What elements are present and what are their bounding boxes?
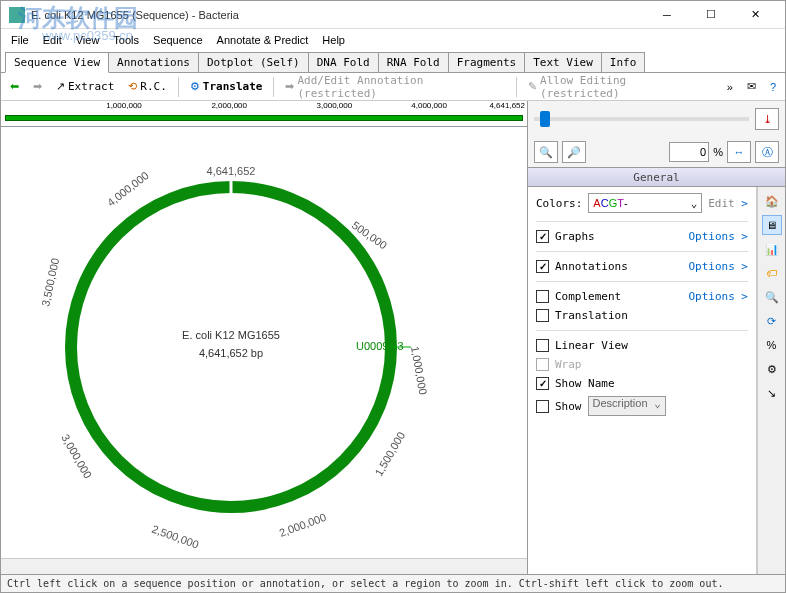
tab-dotplot[interactable]: Dotplot (Self) — [198, 52, 309, 72]
help-button[interactable]: ? — [765, 78, 781, 96]
close-button[interactable]: ✕ — [733, 2, 777, 28]
menu-tools[interactable]: Tools — [107, 32, 145, 48]
tag-icon[interactable]: 🏷 — [762, 263, 782, 283]
toolbar-more-button[interactable]: » — [722, 78, 738, 96]
allow-editing-button[interactable]: ✎Allow Editing (restricted) — [523, 71, 714, 103]
complement-label: Complement — [555, 290, 621, 303]
graphs-label: Graphs — [555, 230, 595, 243]
wrap-label: Wrap — [555, 358, 582, 371]
zoom-target-button[interactable]: ⤓ — [755, 108, 779, 130]
chart-icon[interactable]: 📊 — [762, 239, 782, 259]
rc-icon: ⟲ — [128, 80, 137, 93]
svg-text:3,000,000: 3,000,000 — [59, 432, 94, 480]
menubar: File Edit View Tools Sequence Annotate &… — [1, 29, 785, 51]
tab-text-view[interactable]: Text View — [524, 52, 602, 72]
general-section-header[interactable]: General — [528, 167, 785, 187]
mail-icon: ✉ — [747, 80, 756, 93]
extract-icon: ↗ — [56, 80, 65, 93]
show-checkbox[interactable] — [536, 400, 549, 413]
menu-sequence[interactable]: Sequence — [147, 32, 209, 48]
sequence-ruler[interactable]: 1,000,000 2,000,000 3,000,000 4,000,000 … — [1, 101, 527, 127]
zoom-out-icon: 🔎 — [567, 146, 581, 159]
percent-icon[interactable]: % — [762, 335, 782, 355]
minimize-button[interactable]: ─ — [645, 2, 689, 28]
tab-dna-fold[interactable]: DNA Fold — [308, 52, 379, 72]
collapse-icon[interactable]: ↘ — [762, 383, 782, 403]
tab-sequence-view[interactable]: Sequence View — [5, 52, 109, 73]
zoom-value-input[interactable] — [669, 142, 709, 162]
menu-help[interactable]: Help — [316, 32, 351, 48]
window-title: E. coli K12 MG1655 (Sequence) - Bacteria — [31, 9, 645, 21]
linear-view-checkbox[interactable] — [536, 339, 549, 352]
show-name-label: Show Name — [555, 377, 615, 390]
wrap-checkbox — [536, 358, 549, 371]
home-icon[interactable]: 🏠 — [762, 191, 782, 211]
back-button[interactable]: ⬅ — [5, 77, 24, 96]
svg-text:3,500,000: 3,500,000 — [39, 257, 61, 307]
graphs-checkbox[interactable] — [536, 230, 549, 243]
horizontal-scrollbar[interactable] — [1, 558, 527, 574]
gear-icon[interactable]: ⚙ — [762, 359, 782, 379]
sequence-name-label: E. coli K12 MG1655 — [182, 329, 280, 341]
extract-button[interactable]: ↗Extract — [51, 77, 119, 96]
svg-text:4,641,652: 4,641,652 — [207, 165, 256, 177]
translate-icon: ⚙ — [190, 80, 200, 93]
translation-checkbox[interactable] — [536, 309, 549, 322]
tab-info[interactable]: Info — [601, 52, 646, 72]
pencil-icon: ✎ — [528, 80, 537, 93]
toolbar: ⬅ ➡ ↗Extract ⟲R.C. ⚙Translate ➡Add/Edit … — [1, 73, 785, 101]
show-name-checkbox[interactable] — [536, 377, 549, 390]
mail-button[interactable]: ✉ — [742, 77, 761, 96]
show-label: Show — [555, 400, 582, 413]
zoom-in-button[interactable]: 🔍 — [534, 141, 558, 163]
forward-button[interactable]: ➡ — [28, 77, 47, 96]
add-edit-annotation-button[interactable]: ➡Add/Edit Annotation (restricted) — [280, 71, 510, 103]
main-panel: 1,000,000 2,000,000 3,000,000 4,000,000 … — [1, 101, 528, 574]
question-icon: ? — [770, 81, 776, 93]
refresh-icon[interactable]: ⟳ — [762, 311, 782, 331]
menu-file[interactable]: File — [5, 32, 35, 48]
tab-annotations[interactable]: Annotations — [108, 52, 199, 72]
tab-fragments[interactable]: Fragments — [448, 52, 526, 72]
translate-button[interactable]: ⚙Translate — [185, 77, 268, 96]
rc-button[interactable]: ⟲R.C. — [123, 77, 172, 96]
annotations-checkbox[interactable] — [536, 260, 549, 273]
zoom-slider[interactable] — [534, 117, 749, 121]
svg-text:1,500,000: 1,500,000 — [372, 430, 407, 478]
complement-checkbox[interactable] — [536, 290, 549, 303]
colors-edit-link[interactable]: Edit — [708, 197, 748, 210]
menu-annotate[interactable]: Annotate & Predict — [211, 32, 315, 48]
monitor-icon[interactable]: 🖥 — [762, 215, 782, 235]
sequence-length-label: 4,641,652 bp — [199, 347, 263, 359]
app-icon — [9, 7, 25, 23]
fit-selection-button[interactable]: Ⓐ — [755, 141, 779, 163]
colors-label: Colors: — [536, 197, 582, 210]
colors-dropdown[interactable]: A C G T -⌄ — [588, 193, 702, 213]
accession-label: U00096.3 — [356, 340, 404, 352]
menu-edit[interactable]: Edit — [37, 32, 68, 48]
svg-text:1,000,000: 1,000,000 — [409, 345, 429, 395]
tab-rna-fold[interactable]: RNA Fold — [378, 52, 449, 72]
graphs-options-link[interactable]: Options — [688, 230, 748, 243]
annotations-label: Annotations — [555, 260, 628, 273]
complement-options-link[interactable]: Options — [688, 290, 748, 303]
menu-view[interactable]: View — [70, 32, 106, 48]
svg-text:2,000,000: 2,000,000 — [278, 511, 328, 539]
show-field-dropdown[interactable]: Description ⌄ — [588, 396, 666, 416]
titlebar: E. coli K12 MG1655 (Sequence) - Bacteria… — [1, 1, 785, 29]
svg-text:2,500,000: 2,500,000 — [150, 523, 200, 551]
svg-text:4,000,000: 4,000,000 — [105, 169, 151, 209]
fit-width-button[interactable]: ↔ — [727, 141, 751, 163]
search-icon[interactable]: 🔍 — [762, 287, 782, 307]
zoom-in-icon: 🔍 — [539, 146, 553, 159]
annotation-icon: ➡ — [285, 80, 294, 93]
zoom-unit: % — [713, 146, 723, 158]
circular-sequence-view[interactable]: 4,641,652 500,000 1,000,000 1,500,000 2,… — [1, 127, 527, 558]
zoom-out-button[interactable]: 🔎 — [562, 141, 586, 163]
linear-view-label: Linear View — [555, 339, 628, 352]
translation-label: Translation — [555, 309, 628, 322]
annotations-options-link[interactable]: Options — [688, 260, 748, 273]
side-tool-icons: 🏠 🖥 📊 🏷 🔍 ⟳ % ⚙ ↘ — [757, 187, 785, 574]
status-bar: Ctrl left click on a sequence position o… — [1, 574, 785, 592]
maximize-button[interactable]: ☐ — [689, 2, 733, 28]
